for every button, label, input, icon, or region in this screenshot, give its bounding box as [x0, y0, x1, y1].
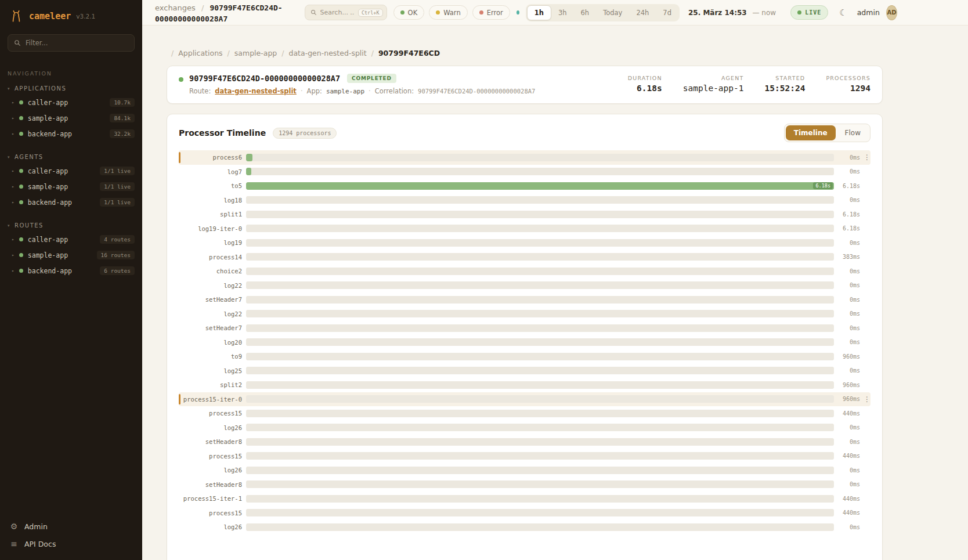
- live-badge[interactable]: LIVE: [790, 5, 828, 20]
- breadcrumb-link[interactable]: sample-app: [234, 49, 277, 57]
- view-toggle-button[interactable]: Timeline: [786, 125, 836, 140]
- timeline-row[interactable]: process15-iter-1 440ms ⋮: [179, 492, 871, 506]
- timeline-row[interactable]: log18 0ms ⋮: [179, 193, 871, 208]
- admin-link[interactable]: ⚙ Admin: [9, 522, 133, 531]
- timeline-bar-track: [246, 523, 834, 531]
- breadcrumb-exchanges-link[interactable]: exchanges: [155, 3, 196, 12]
- date-range[interactable]: 25. März 14:53 — now: [688, 9, 776, 17]
- timeline-row[interactable]: to5 6.18s 6.18s ⋮: [179, 179, 871, 193]
- time-range-button[interactable]: 6h: [574, 5, 597, 20]
- row-duration: 0ms: [834, 339, 860, 345]
- timeline-row[interactable]: process6 0ms ⋮: [179, 150, 871, 165]
- sidebar-item[interactable]: ▸ sample-app 84.1k: [0, 110, 142, 126]
- timeline-bar-track: [246, 381, 834, 389]
- dot-separator: ·: [369, 87, 371, 95]
- app-name: cameleer: [29, 11, 71, 21]
- chevron-right-icon: ▸: [12, 168, 15, 174]
- timeline-row[interactable]: setHeader8 0ms ⋮: [179, 435, 871, 449]
- status-badge: COMPLETED: [347, 74, 396, 83]
- time-range-button[interactable]: Today: [596, 5, 629, 20]
- sidebar-item[interactable]: ▸ backend-app 32.2k: [0, 126, 142, 142]
- timeline-row[interactable]: split1 6.18s ⋮: [179, 207, 871, 222]
- section-header-routes[interactable]: ▾ ROUTES: [0, 219, 142, 232]
- status-filter-pill[interactable]: Warn: [429, 5, 468, 20]
- timeline-row[interactable]: log26 0ms ⋮: [179, 463, 871, 478]
- time-range-button[interactable]: 24h: [629, 5, 656, 20]
- row-duration: 6.18s: [834, 183, 860, 189]
- row-duration: 0ms: [834, 310, 860, 317]
- timeline-row[interactable]: log25 0ms ⋮: [179, 364, 871, 378]
- timeline-row[interactable]: log19 0ms ⋮: [179, 236, 871, 250]
- time-range-button[interactable]: 1h: [527, 5, 551, 20]
- time-range-button[interactable]: 7d: [656, 5, 678, 20]
- timeline-row[interactable]: log22 0ms ⋮: [179, 279, 871, 293]
- timeline-row[interactable]: log26 0ms ⋮: [179, 520, 871, 534]
- sidebar-item[interactable]: ▸ caller-app 4 routes: [0, 232, 142, 247]
- sidebar-item[interactable]: ▸ backend-app 1/1 live: [0, 194, 142, 210]
- timeline-row[interactable]: log7 0ms ⋮: [179, 165, 871, 179]
- page-breadcrumb: / Applications / sample-app / data-gen-n…: [167, 49, 968, 57]
- time-range-button[interactable]: 3h: [551, 5, 574, 20]
- app-label: App:: [307, 87, 322, 95]
- processor-name: log25: [179, 367, 242, 374]
- timeline-row[interactable]: process15 440ms ⋮: [179, 406, 871, 421]
- sidebar-item[interactable]: ▸ caller-app 10.7k: [0, 95, 142, 110]
- sidebar-filter-input[interactable]: Filter...: [8, 34, 135, 52]
- processor-name: log20: [179, 339, 242, 346]
- row-duration: 440ms: [834, 510, 860, 516]
- status-dot: [479, 10, 483, 15]
- row-menu-icon[interactable]: ⋮: [860, 153, 871, 161]
- view-toggle-button[interactable]: Flow: [837, 125, 869, 140]
- logo[interactable]: cameleer v3.2.1: [0, 0, 142, 31]
- api-docs-link[interactable]: ≡ API Docs: [9, 539, 133, 548]
- sidebar-item[interactable]: ▸ sample-app 16 routes: [0, 247, 142, 263]
- timeline-row[interactable]: log26 0ms ⋮: [179, 421, 871, 435]
- sidebar-item[interactable]: ▸ sample-app 1/1 live: [0, 179, 142, 194]
- sidebar-item-label: caller-app: [28, 99, 68, 107]
- status-dot: [400, 10, 404, 15]
- breadcrumb-separator: /: [171, 49, 174, 57]
- sidebar-item-label: caller-app: [28, 236, 68, 244]
- timeline-row[interactable]: split2 960ms ⋮: [179, 378, 871, 392]
- timeline-row[interactable]: setHeader7 0ms ⋮: [179, 321, 871, 335]
- chevron-right-icon: ▸: [12, 184, 15, 189]
- sidebar-item[interactable]: ▸ backend-app 6 routes: [0, 263, 142, 279]
- theme-toggle-moon-icon[interactable]: ☾: [839, 8, 847, 18]
- date-range-suffix: — now: [753, 9, 776, 17]
- timeline-row[interactable]: process15-iter-0 960ms ⋮: [179, 392, 871, 407]
- route-link[interactable]: data-gen-nested-split: [215, 87, 297, 95]
- status-dot: [19, 253, 23, 257]
- timeline-row[interactable]: setHeader8 0ms ⋮: [179, 478, 871, 492]
- status-filter-pill[interactable]: Error: [472, 5, 510, 20]
- avatar[interactable]: AD: [886, 5, 897, 20]
- breadcrumb-separator: /: [281, 49, 284, 57]
- app-version: v3.2.1: [76, 13, 95, 20]
- row-duration: 440ms: [834, 496, 860, 502]
- timeline-row[interactable]: process14 383ms ⋮: [179, 250, 871, 265]
- timeline-row[interactable]: setHeader7 0ms ⋮: [179, 292, 871, 307]
- timeline-bar-track: [246, 495, 834, 503]
- timeline-row[interactable]: choice2 0ms ⋮: [179, 264, 871, 279]
- timeline-row[interactable]: log19-iter-0 6.18s ⋮: [179, 222, 871, 236]
- breadcrumb-link[interactable]: data-gen-nested-split: [289, 49, 367, 57]
- timeline-row[interactable]: process15 440ms ⋮: [179, 506, 871, 521]
- section-header-agents[interactable]: ▾ AGENTS: [0, 151, 142, 163]
- sidebar-item-label: sample-app: [28, 183, 68, 191]
- timeline-row[interactable]: log22 0ms ⋮: [179, 307, 871, 321]
- timeline-row[interactable]: log20 0ms ⋮: [179, 335, 871, 350]
- search-input[interactable]: Search... ... Ctrl+K: [305, 5, 387, 20]
- timeline-row[interactable]: process15 440ms ⋮: [179, 449, 871, 464]
- section-header-applications[interactable]: ▾ APPLICATIONS: [0, 82, 142, 95]
- breadcrumb-link[interactable]: Applications: [178, 49, 222, 57]
- sidebar-item[interactable]: ▸ caller-app 1/1 live: [0, 163, 142, 179]
- stat-value: 1294: [826, 84, 871, 93]
- live-dot: [797, 10, 801, 15]
- row-menu-icon[interactable]: ⋮: [860, 395, 871, 403]
- timeline-row[interactable]: to9 960ms ⋮: [179, 349, 871, 364]
- breadcrumb-link[interactable]: 90799F47E6CD: [378, 49, 440, 57]
- row-duration: 0ms: [834, 282, 860, 288]
- sidebar-footer: ⚙ Admin ≡ API Docs: [0, 515, 142, 560]
- topbar: exchanges / 90799F47E6CD24D-000000000000…: [142, 0, 968, 26]
- processor-name: log19: [179, 239, 242, 246]
- status-filter-pill[interactable]: OK: [393, 5, 425, 20]
